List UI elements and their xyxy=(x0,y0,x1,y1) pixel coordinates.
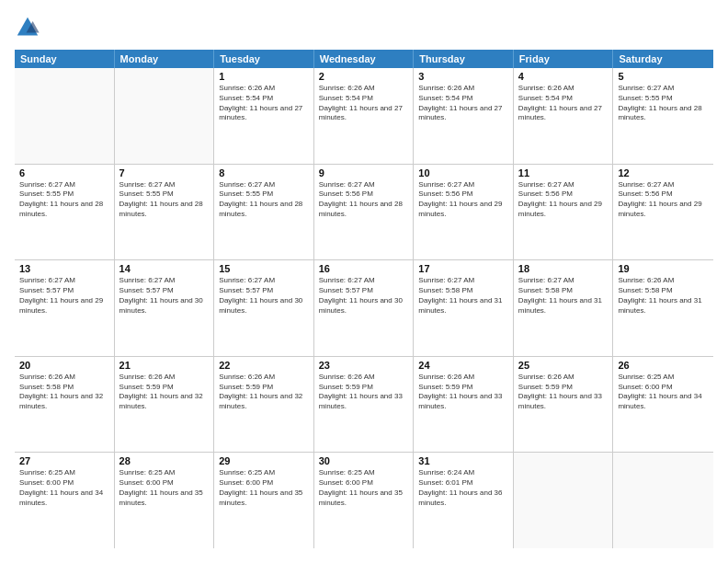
day-number: 6 xyxy=(19,167,109,178)
day-number: 27 xyxy=(19,455,109,466)
day-number: 11 xyxy=(518,167,609,178)
header-day: Wednesday xyxy=(314,50,415,68)
calendar-cell: 17Sunrise: 6:27 AM Sunset: 5:58 PM Dayli… xyxy=(414,260,514,356)
calendar-cell: 15Sunrise: 6:27 AM Sunset: 5:57 PM Dayli… xyxy=(214,260,314,356)
calendar-cell: 19Sunrise: 6:26 AM Sunset: 5:58 PM Dayli… xyxy=(613,260,713,356)
day-number: 23 xyxy=(319,360,409,371)
header-day: Tuesday xyxy=(214,50,314,68)
day-number: 31 xyxy=(418,455,508,466)
calendar-cell: 31Sunrise: 6:24 AM Sunset: 6:01 PM Dayli… xyxy=(414,453,514,548)
cell-info: Sunrise: 6:25 AM Sunset: 6:00 PM Dayligh… xyxy=(618,373,709,412)
calendar-cell: 5Sunrise: 6:27 AM Sunset: 5:55 PM Daylig… xyxy=(613,68,713,164)
calendar-cell: 6Sunrise: 6:27 AM Sunset: 5:55 PM Daylig… xyxy=(15,165,115,260)
day-number: 20 xyxy=(19,360,109,371)
cell-info: Sunrise: 6:27 AM Sunset: 5:58 PM Dayligh… xyxy=(418,276,508,316)
day-number: 29 xyxy=(219,455,309,466)
header-day: Thursday xyxy=(414,50,514,68)
logo xyxy=(15,15,44,40)
page: SundayMondayTuesdayWednesdayThursdayFrid… xyxy=(0,0,728,563)
cell-info: Sunrise: 6:26 AM Sunset: 5:58 PM Dayligh… xyxy=(19,373,109,412)
day-number: 28 xyxy=(119,455,210,466)
day-number: 9 xyxy=(319,167,409,178)
day-number: 24 xyxy=(418,360,508,371)
day-number: 18 xyxy=(518,263,609,274)
cell-info: Sunrise: 6:27 AM Sunset: 5:55 PM Dayligh… xyxy=(618,84,709,123)
calendar-cell: 18Sunrise: 6:27 AM Sunset: 5:58 PM Dayli… xyxy=(514,260,614,356)
cell-info: Sunrise: 6:24 AM Sunset: 6:01 PM Dayligh… xyxy=(418,468,508,508)
calendar-cell: 29Sunrise: 6:25 AM Sunset: 6:00 PM Dayli… xyxy=(214,453,314,548)
cell-info: Sunrise: 6:25 AM Sunset: 6:00 PM Dayligh… xyxy=(219,468,309,508)
day-number: 15 xyxy=(219,263,309,274)
calendar-cell: 28Sunrise: 6:25 AM Sunset: 6:00 PM Dayli… xyxy=(115,453,215,548)
cell-info: Sunrise: 6:27 AM Sunset: 5:57 PM Dayligh… xyxy=(219,276,309,316)
calendar: SundayMondayTuesdayWednesdayThursdayFrid… xyxy=(15,50,713,548)
calendar-cell: 13Sunrise: 6:27 AM Sunset: 5:57 PM Dayli… xyxy=(15,260,115,356)
calendar-cell: 12Sunrise: 6:27 AM Sunset: 5:56 PM Dayli… xyxy=(613,165,713,260)
calendar-cell: 1Sunrise: 6:26 AM Sunset: 5:54 PM Daylig… xyxy=(214,68,314,164)
calendar-cell: 20Sunrise: 6:26 AM Sunset: 5:58 PM Dayli… xyxy=(15,357,115,453)
day-number: 2 xyxy=(319,71,409,82)
cell-info: Sunrise: 6:26 AM Sunset: 5:59 PM Dayligh… xyxy=(219,373,309,412)
calendar-cell: 16Sunrise: 6:27 AM Sunset: 5:57 PM Dayli… xyxy=(314,260,415,356)
cell-info: Sunrise: 6:27 AM Sunset: 5:56 PM Dayligh… xyxy=(518,180,609,220)
cell-info: Sunrise: 6:26 AM Sunset: 5:59 PM Dayligh… xyxy=(418,373,508,412)
calendar-cell: 23Sunrise: 6:26 AM Sunset: 5:59 PM Dayli… xyxy=(314,357,415,453)
header-day: Sunday xyxy=(15,50,115,68)
day-number: 13 xyxy=(19,263,109,274)
calendar-cell xyxy=(115,68,215,164)
cell-info: Sunrise: 6:27 AM Sunset: 5:57 PM Dayligh… xyxy=(19,276,109,316)
cell-info: Sunrise: 6:27 AM Sunset: 5:57 PM Dayligh… xyxy=(119,276,210,316)
day-number: 26 xyxy=(618,360,709,371)
header xyxy=(15,15,713,40)
day-number: 21 xyxy=(119,360,210,371)
day-number: 10 xyxy=(418,167,508,178)
calendar-cell: 22Sunrise: 6:26 AM Sunset: 5:59 PM Dayli… xyxy=(214,357,314,453)
day-number: 16 xyxy=(319,263,409,274)
calendar-cell xyxy=(15,68,115,164)
header-day: Saturday xyxy=(613,50,713,68)
header-day: Monday xyxy=(115,50,215,68)
calendar-cell: 9Sunrise: 6:27 AM Sunset: 5:56 PM Daylig… xyxy=(314,165,415,260)
header-day: Friday xyxy=(514,50,614,68)
cell-info: Sunrise: 6:26 AM Sunset: 5:58 PM Dayligh… xyxy=(618,276,709,316)
calendar-week: 13Sunrise: 6:27 AM Sunset: 5:57 PM Dayli… xyxy=(15,260,713,357)
calendar-cell: 3Sunrise: 6:26 AM Sunset: 5:54 PM Daylig… xyxy=(414,68,514,164)
logo-icon xyxy=(15,15,40,40)
day-number: 19 xyxy=(618,263,709,274)
cell-info: Sunrise: 6:26 AM Sunset: 5:59 PM Dayligh… xyxy=(319,373,409,412)
day-number: 12 xyxy=(618,167,709,178)
cell-info: Sunrise: 6:26 AM Sunset: 5:54 PM Dayligh… xyxy=(219,84,309,123)
day-number: 25 xyxy=(518,360,609,371)
calendar-week: 1Sunrise: 6:26 AM Sunset: 5:54 PM Daylig… xyxy=(15,68,713,165)
calendar-week: 27Sunrise: 6:25 AM Sunset: 6:00 PM Dayli… xyxy=(15,453,713,548)
cell-info: Sunrise: 6:26 AM Sunset: 5:54 PM Dayligh… xyxy=(418,84,508,123)
cell-info: Sunrise: 6:27 AM Sunset: 5:56 PM Dayligh… xyxy=(319,180,409,220)
cell-info: Sunrise: 6:27 AM Sunset: 5:55 PM Dayligh… xyxy=(19,180,109,220)
calendar-cell: 2Sunrise: 6:26 AM Sunset: 5:54 PM Daylig… xyxy=(314,68,415,164)
calendar-cell: 25Sunrise: 6:26 AM Sunset: 5:59 PM Dayli… xyxy=(514,357,614,453)
day-number: 8 xyxy=(219,167,309,178)
cell-info: Sunrise: 6:26 AM Sunset: 5:54 PM Dayligh… xyxy=(518,84,609,123)
calendar-cell: 14Sunrise: 6:27 AM Sunset: 5:57 PM Dayli… xyxy=(115,260,215,356)
calendar-week: 6Sunrise: 6:27 AM Sunset: 5:55 PM Daylig… xyxy=(15,165,713,261)
calendar-cell: 21Sunrise: 6:26 AM Sunset: 5:59 PM Dayli… xyxy=(115,357,215,453)
calendar-cell: 27Sunrise: 6:25 AM Sunset: 6:00 PM Dayli… xyxy=(15,453,115,548)
cell-info: Sunrise: 6:27 AM Sunset: 5:55 PM Dayligh… xyxy=(119,180,210,220)
calendar-cell: 8Sunrise: 6:27 AM Sunset: 5:55 PM Daylig… xyxy=(214,165,314,260)
day-number: 7 xyxy=(119,167,210,178)
cell-info: Sunrise: 6:26 AM Sunset: 5:59 PM Dayligh… xyxy=(119,373,210,412)
calendar-week: 20Sunrise: 6:26 AM Sunset: 5:58 PM Dayli… xyxy=(15,357,713,454)
cell-info: Sunrise: 6:26 AM Sunset: 5:54 PM Dayligh… xyxy=(319,84,409,123)
calendar-cell: 24Sunrise: 6:26 AM Sunset: 5:59 PM Dayli… xyxy=(414,357,514,453)
cell-info: Sunrise: 6:27 AM Sunset: 5:56 PM Dayligh… xyxy=(418,180,508,220)
calendar-cell xyxy=(514,453,614,548)
calendar-cell: 11Sunrise: 6:27 AM Sunset: 5:56 PM Dayli… xyxy=(514,165,614,260)
calendar-cell: 10Sunrise: 6:27 AM Sunset: 5:56 PM Dayli… xyxy=(414,165,514,260)
cell-info: Sunrise: 6:27 AM Sunset: 5:58 PM Dayligh… xyxy=(518,276,609,316)
cell-info: Sunrise: 6:25 AM Sunset: 6:00 PM Dayligh… xyxy=(19,468,109,508)
day-number: 1 xyxy=(219,71,309,82)
cell-info: Sunrise: 6:26 AM Sunset: 5:59 PM Dayligh… xyxy=(518,373,609,412)
cell-info: Sunrise: 6:25 AM Sunset: 6:00 PM Dayligh… xyxy=(119,468,210,508)
day-number: 17 xyxy=(418,263,508,274)
calendar-cell: 7Sunrise: 6:27 AM Sunset: 5:55 PM Daylig… xyxy=(115,165,215,260)
